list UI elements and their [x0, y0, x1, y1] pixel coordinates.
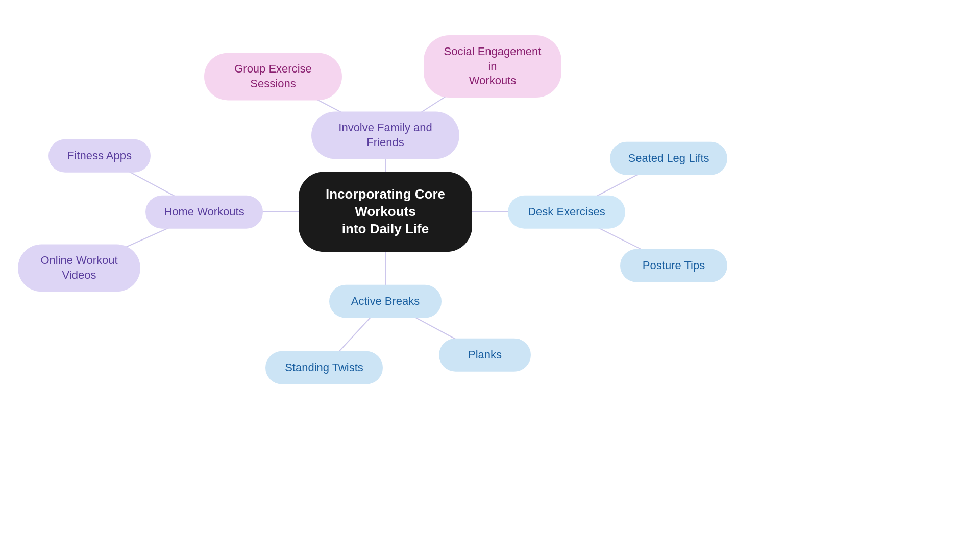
- node-social-engagement[interactable]: Social Engagement inWorkouts: [424, 35, 561, 98]
- node-fitness-apps[interactable]: Fitness Apps: [48, 139, 151, 173]
- planks-label: Planks: [468, 348, 502, 363]
- desk-exercises-label: Desk Exercises: [528, 205, 605, 220]
- posture-tips-label: Posture Tips: [643, 258, 705, 273]
- node-standing-twists[interactable]: Standing Twists: [265, 351, 383, 384]
- group-exercise-label: Group Exercise Sessions: [218, 62, 328, 91]
- node-seated-leg-lifts[interactable]: Seated Leg Lifts: [610, 142, 727, 175]
- node-involve-family[interactable]: Involve Family and Friends: [311, 111, 459, 159]
- active-breaks-label: Active Breaks: [351, 294, 420, 309]
- node-online-workout-videos[interactable]: Online Workout Videos: [18, 244, 140, 292]
- node-group-exercise[interactable]: Group Exercise Sessions: [204, 53, 342, 100]
- node-home-workouts[interactable]: Home Workouts: [145, 196, 263, 229]
- standing-twists-label: Standing Twists: [285, 360, 363, 375]
- center-node[interactable]: Incorporating Core Workoutsinto Daily Li…: [299, 172, 472, 252]
- node-active-breaks[interactable]: Active Breaks: [329, 285, 442, 318]
- fitness-apps-label: Fitness Apps: [67, 149, 132, 163]
- social-engagement-label: Social Engagement inWorkouts: [438, 44, 547, 88]
- home-workouts-label: Home Workouts: [164, 205, 244, 220]
- node-desk-exercises[interactable]: Desk Exercises: [508, 196, 625, 229]
- involve-family-label: Involve Family and Friends: [326, 121, 445, 150]
- node-posture-tips[interactable]: Posture Tips: [620, 249, 727, 282]
- node-planks[interactable]: Planks: [439, 339, 531, 372]
- seated-leg-lifts-label: Seated Leg Lifts: [628, 151, 709, 166]
- center-node-label: Incorporating Core Workoutsinto Daily Li…: [324, 186, 447, 237]
- online-workout-videos-label: Online Workout Videos: [32, 253, 126, 282]
